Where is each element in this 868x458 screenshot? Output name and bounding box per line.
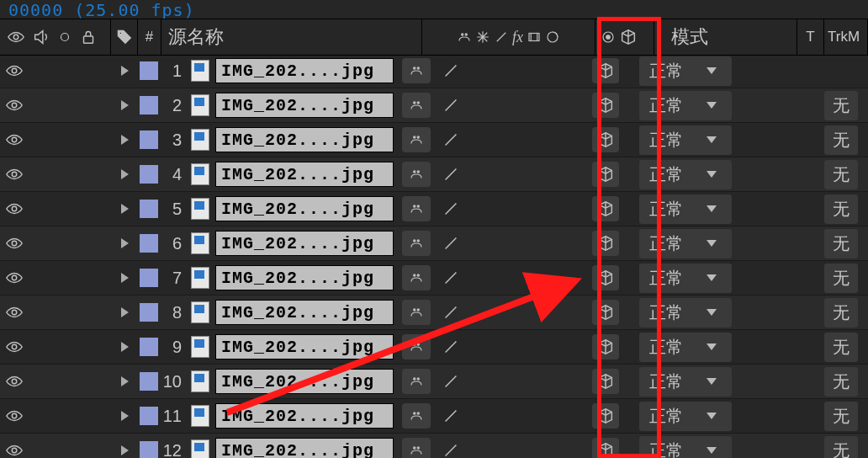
three-d-toggle[interactable] [592,369,619,394]
track-matte-dropdown[interactable]: 无 [824,160,858,189]
shy-toggle[interactable] [402,334,431,359]
quality-toggle[interactable] [439,127,463,152]
layer-row[interactable]: 12 IMG_202....jpg 正常 无 [0,434,868,458]
label-color-cell[interactable] [138,434,160,458]
quality-toggle[interactable] [439,265,463,290]
track-matte-dropdown[interactable]: 无 [824,367,858,397]
source-name-cell[interactable]: IMG_202....jpg [215,93,394,118]
source-name-cell[interactable]: IMG_202....jpg [215,162,394,187]
shy-toggle[interactable] [402,58,431,83]
layer-row[interactable]: 3 IMG_202....jpg 正常 无 [0,123,868,157]
preserve-transparency-cell[interactable] [797,261,824,295]
visibility-toggle[interactable] [5,96,24,114]
visibility-toggle[interactable] [5,303,24,322]
blend-mode-dropdown[interactable]: 正常 [639,436,732,459]
source-name-cell[interactable]: IMG_202....jpg [215,403,394,429]
twirl-cell[interactable] [111,330,138,364]
visibility-toggle[interactable] [5,407,24,425]
quality-toggle[interactable] [439,334,463,359]
quality-toggle[interactable] [439,438,463,458]
track-matte-dropdown[interactable]: 无 [824,125,858,155]
preserve-transparency-cell[interactable] [797,296,824,329]
layer-row[interactable]: 8 IMG_202....jpg 正常 无 [0,296,868,330]
three-d-toggle[interactable] [592,196,619,221]
twirl-cell[interactable] [111,226,138,260]
label-color-cell[interactable] [138,365,160,398]
source-name-cell[interactable]: IMG_202....jpg [215,127,394,152]
preserve-transparency-cell[interactable] [797,54,824,88]
shy-toggle[interactable] [402,127,431,152]
three-d-toggle[interactable] [592,334,619,359]
source-name-cell[interactable]: IMG_202....jpg [215,438,394,458]
preserve-transparency-cell[interactable] [797,88,824,122]
label-color-cell[interactable] [138,192,160,226]
layer-row[interactable]: 11 IMG_202....jpg 正常 无 [0,399,868,434]
blend-mode-dropdown[interactable]: 正常 [639,333,732,362]
quality-toggle[interactable] [439,369,463,394]
visibility-toggle[interactable] [5,165,24,184]
blend-mode-dropdown[interactable]: 正常 [639,125,732,155]
label-color-cell[interactable] [138,296,160,329]
three-d-toggle[interactable] [592,438,619,458]
visibility-toggle[interactable] [5,372,24,391]
shy-toggle[interactable] [402,196,431,221]
track-matte-dropdown[interactable]: 无 [824,333,858,362]
label-color-cell[interactable] [138,330,160,364]
blend-mode-header[interactable]: 模式 [654,19,797,55]
preserve-transparency-cell[interactable] [797,434,824,458]
blend-mode-dropdown[interactable]: 正常 [639,298,732,328]
source-name-cell[interactable]: IMG_202....jpg [215,58,394,83]
quality-toggle[interactable] [439,162,463,187]
blend-mode-dropdown[interactable]: 正常 [639,402,732,431]
blend-mode-dropdown[interactable]: 正常 [639,194,732,224]
source-name-cell[interactable]: IMG_202....jpg [215,369,394,394]
three-d-toggle[interactable] [592,265,619,290]
timecode-display[interactable]: 00000 (25.00 fps) [8,0,195,20]
source-name-cell[interactable]: IMG_202....jpg [215,196,394,221]
visibility-toggle[interactable] [5,234,24,253]
twirl-cell[interactable] [111,261,138,295]
track-matte-dropdown[interactable]: 无 [824,194,858,224]
three-d-toggle[interactable] [592,231,619,256]
layer-row[interactable]: 9 IMG_202....jpg 正常 无 [0,330,868,365]
visibility-toggle[interactable] [5,338,24,356]
three-d-toggle[interactable] [592,300,619,325]
twirl-cell[interactable] [111,192,138,226]
quality-toggle[interactable] [439,403,463,429]
blend-mode-dropdown[interactable]: 正常 [639,264,732,293]
source-name-cell[interactable]: IMG_202....jpg [215,231,394,256]
three-d-toggle[interactable] [592,403,619,429]
shy-toggle[interactable] [402,93,431,118]
layer-row[interactable]: 2 IMG_202....jpg 正常 无 [0,88,868,123]
preserve-transparency-cell[interactable] [797,157,824,191]
three-d-toggle[interactable] [592,93,619,118]
track-matte-header[interactable]: TrkM [824,19,868,55]
label-color-cell[interactable] [138,157,160,191]
twirl-cell[interactable] [111,157,138,191]
track-matte-dropdown[interactable]: 无 [824,264,858,293]
layer-row[interactable]: 5 IMG_202....jpg 正常 无 [0,192,868,226]
twirl-cell[interactable] [111,399,138,433]
shy-toggle[interactable] [402,231,431,256]
label-color-header[interactable] [111,19,138,55]
twirl-cell[interactable] [111,123,138,157]
blend-mode-dropdown[interactable]: 正常 [639,56,732,86]
label-color-cell[interactable] [138,261,160,295]
source-name-cell[interactable]: IMG_202....jpg [215,300,394,325]
twirl-cell[interactable] [111,434,138,458]
track-matte-dropdown[interactable]: 无 [824,436,858,459]
visibility-toggle[interactable] [5,61,24,80]
visibility-toggle[interactable] [5,200,24,218]
visibility-toggle[interactable] [5,269,24,287]
layer-row[interactable]: 10 IMG_202....jpg 正常 无 [0,365,868,399]
label-color-cell[interactable] [138,399,160,433]
quality-toggle[interactable] [439,196,463,221]
three-d-toggle[interactable] [592,162,619,187]
quality-toggle[interactable] [439,93,463,118]
twirl-cell[interactable] [111,88,138,122]
label-color-cell[interactable] [138,123,160,157]
shy-toggle[interactable] [402,369,431,394]
three-d-toggle[interactable] [592,127,619,152]
source-name-header[interactable]: 源名称 [161,19,422,55]
layer-row[interactable]: 4 IMG_202....jpg 正常 无 [0,157,868,192]
